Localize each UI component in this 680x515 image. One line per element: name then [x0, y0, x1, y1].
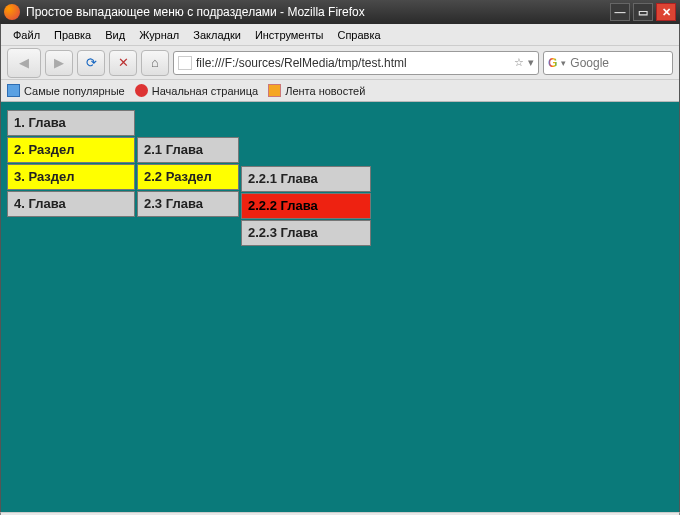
reload-button[interactable]: ⟳	[77, 50, 105, 76]
menu-item[interactable]: 1. Глава	[7, 110, 135, 136]
menu-item[interactable]: 2. Раздел	[7, 137, 135, 163]
menu-edit[interactable]: Правка	[48, 27, 97, 43]
menu-item[interactable]: 2.1 Глава	[137, 137, 239, 163]
menu-level-0: 1. Глава 2. Раздел 3. Раздел 4. Глава	[7, 110, 135, 218]
bookmarks-bar: Самые популярные Начальная страница Лент…	[1, 80, 679, 102]
firefox-icon	[4, 4, 20, 20]
url-text: file:///F:/sources/RelMedia/tmp/test.htm…	[196, 56, 510, 70]
forward-button[interactable]: ▶	[45, 50, 73, 76]
menu-history[interactable]: Журнал	[133, 27, 185, 43]
menu-item[interactable]: 2.2.1 Глава	[241, 166, 371, 192]
bookmark-popular[interactable]: Самые популярные	[7, 84, 125, 97]
menu-level-2: 2.2.1 Глава 2.2.2 Глава 2.2.3 Глава	[241, 166, 371, 247]
menubar: Файл Правка Вид Журнал Закладки Инструме…	[1, 24, 679, 46]
minimize-button[interactable]: —	[610, 3, 630, 21]
menu-file[interactable]: Файл	[7, 27, 46, 43]
menu-bookmarks[interactable]: Закладки	[187, 27, 247, 43]
menu-help[interactable]: Справка	[331, 27, 386, 43]
search-input[interactable]	[570, 56, 650, 70]
stop-button[interactable]: ✕	[109, 50, 137, 76]
rss-icon	[268, 84, 281, 97]
window-title: Простое выпадающее меню с подразделами -…	[26, 5, 607, 19]
menu-item[interactable]: 2.2.2 Глава	[241, 193, 371, 219]
url-bar[interactable]: file:///F:/sources/RelMedia/tmp/test.htm…	[173, 51, 539, 75]
page-icon	[178, 56, 192, 70]
menu-level-1: 2.1 Глава 2.2 Раздел 2.3 Глава	[137, 137, 239, 218]
menu-item[interactable]: 2.2 Раздел	[137, 164, 239, 190]
page-viewport: 1. Глава 2. Раздел 3. Раздел 4. Глава 2.…	[0, 102, 680, 512]
folder-icon	[7, 84, 20, 97]
menu-tools[interactable]: Инструменты	[249, 27, 330, 43]
search-box[interactable]: G ▾	[543, 51, 673, 75]
home-button[interactable]: ⌂	[141, 50, 169, 76]
menu-item[interactable]: 4. Глава	[7, 191, 135, 217]
bookmark-star-icon[interactable]: ☆	[514, 56, 524, 69]
menu-item[interactable]: 2.3 Глава	[137, 191, 239, 217]
toolbar: ◀ ▶ ⟳ ✕ ⌂ file:///F:/sources/RelMedia/tm…	[1, 46, 679, 80]
back-button[interactable]: ◀	[7, 48, 41, 78]
menu-item[interactable]: 2.2.3 Глава	[241, 220, 371, 246]
home-icon	[135, 84, 148, 97]
dropdown-icon[interactable]: ▾	[528, 56, 534, 69]
close-button[interactable]: ✕	[656, 3, 676, 21]
maximize-button[interactable]: ▭	[633, 3, 653, 21]
titlebar: Простое выпадающее меню с подразделами -…	[0, 0, 680, 24]
google-icon: G	[548, 56, 557, 70]
menu-view[interactable]: Вид	[99, 27, 131, 43]
bookmark-feed[interactable]: Лента новостей	[268, 84, 365, 97]
menu-item[interactable]: 3. Раздел	[7, 164, 135, 190]
bookmark-start[interactable]: Начальная страница	[135, 84, 258, 97]
search-dropdown-icon[interactable]: ▾	[561, 58, 566, 68]
